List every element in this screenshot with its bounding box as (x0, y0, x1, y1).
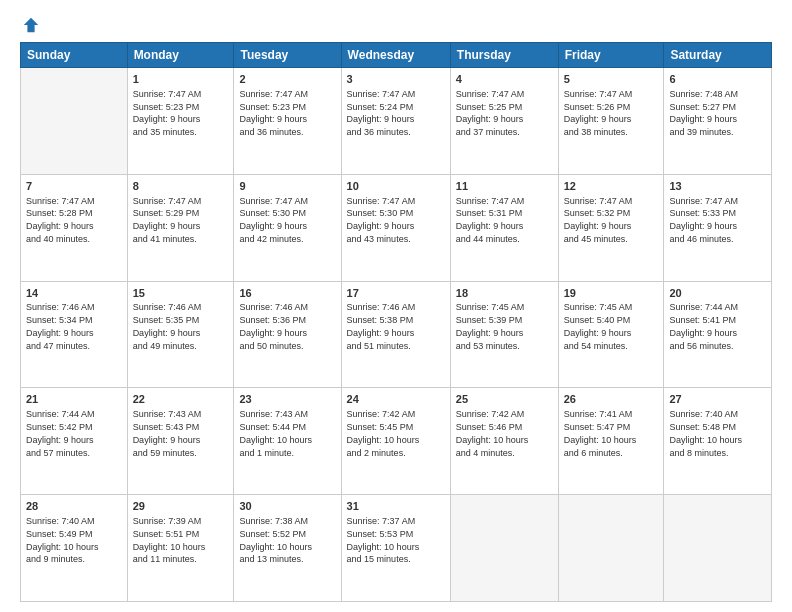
calendar-cell (450, 495, 558, 602)
day-info: Sunrise: 7:47 AM Sunset: 5:30 PM Dayligh… (347, 196, 416, 244)
day-info: Sunrise: 7:37 AM Sunset: 5:53 PM Dayligh… (347, 516, 420, 564)
calendar-cell: 26Sunrise: 7:41 AM Sunset: 5:47 PM Dayli… (558, 388, 664, 495)
calendar-cell: 6Sunrise: 7:48 AM Sunset: 5:27 PM Daylig… (664, 68, 772, 175)
calendar-cell: 4Sunrise: 7:47 AM Sunset: 5:25 PM Daylig… (450, 68, 558, 175)
day-number: 24 (347, 392, 445, 407)
calendar-cell (558, 495, 664, 602)
day-info: Sunrise: 7:47 AM Sunset: 5:26 PM Dayligh… (564, 89, 633, 137)
day-number: 23 (239, 392, 335, 407)
day-number: 15 (133, 286, 229, 301)
calendar-week-row: 21Sunrise: 7:44 AM Sunset: 5:42 PM Dayli… (21, 388, 772, 495)
day-number: 20 (669, 286, 766, 301)
day-number: 21 (26, 392, 122, 407)
day-info: Sunrise: 7:47 AM Sunset: 5:32 PM Dayligh… (564, 196, 633, 244)
calendar-table: SundayMondayTuesdayWednesdayThursdayFrid… (20, 42, 772, 602)
weekday-header-thursday: Thursday (450, 43, 558, 68)
calendar-week-row: 14Sunrise: 7:46 AM Sunset: 5:34 PM Dayli… (21, 281, 772, 388)
day-info: Sunrise: 7:47 AM Sunset: 5:28 PM Dayligh… (26, 196, 95, 244)
calendar-cell: 8Sunrise: 7:47 AM Sunset: 5:29 PM Daylig… (127, 174, 234, 281)
day-info: Sunrise: 7:41 AM Sunset: 5:47 PM Dayligh… (564, 409, 637, 457)
weekday-header-monday: Monday (127, 43, 234, 68)
day-info: Sunrise: 7:40 AM Sunset: 5:48 PM Dayligh… (669, 409, 742, 457)
day-info: Sunrise: 7:46 AM Sunset: 5:35 PM Dayligh… (133, 302, 202, 350)
day-number: 18 (456, 286, 553, 301)
day-info: Sunrise: 7:42 AM Sunset: 5:45 PM Dayligh… (347, 409, 420, 457)
day-number: 1 (133, 72, 229, 87)
calendar-cell (664, 495, 772, 602)
calendar-cell (21, 68, 128, 175)
logo-icon (22, 16, 40, 34)
weekday-header-sunday: Sunday (21, 43, 128, 68)
day-number: 9 (239, 179, 335, 194)
day-number: 12 (564, 179, 659, 194)
day-info: Sunrise: 7:47 AM Sunset: 5:30 PM Dayligh… (239, 196, 308, 244)
weekday-header-friday: Friday (558, 43, 664, 68)
page: SundayMondayTuesdayWednesdayThursdayFrid… (0, 0, 792, 612)
calendar-cell: 16Sunrise: 7:46 AM Sunset: 5:36 PM Dayli… (234, 281, 341, 388)
calendar-cell: 11Sunrise: 7:47 AM Sunset: 5:31 PM Dayli… (450, 174, 558, 281)
calendar-cell: 25Sunrise: 7:42 AM Sunset: 5:46 PM Dayli… (450, 388, 558, 495)
day-info: Sunrise: 7:46 AM Sunset: 5:36 PM Dayligh… (239, 302, 308, 350)
day-number: 28 (26, 499, 122, 514)
day-number: 3 (347, 72, 445, 87)
calendar-cell: 5Sunrise: 7:47 AM Sunset: 5:26 PM Daylig… (558, 68, 664, 175)
calendar-cell: 7Sunrise: 7:47 AM Sunset: 5:28 PM Daylig… (21, 174, 128, 281)
calendar-cell: 28Sunrise: 7:40 AM Sunset: 5:49 PM Dayli… (21, 495, 128, 602)
calendar-cell: 13Sunrise: 7:47 AM Sunset: 5:33 PM Dayli… (664, 174, 772, 281)
day-number: 13 (669, 179, 766, 194)
calendar-cell: 20Sunrise: 7:44 AM Sunset: 5:41 PM Dayli… (664, 281, 772, 388)
day-info: Sunrise: 7:44 AM Sunset: 5:41 PM Dayligh… (669, 302, 738, 350)
day-info: Sunrise: 7:47 AM Sunset: 5:33 PM Dayligh… (669, 196, 738, 244)
day-info: Sunrise: 7:48 AM Sunset: 5:27 PM Dayligh… (669, 89, 738, 137)
day-info: Sunrise: 7:46 AM Sunset: 5:34 PM Dayligh… (26, 302, 95, 350)
day-info: Sunrise: 7:47 AM Sunset: 5:31 PM Dayligh… (456, 196, 525, 244)
calendar-cell: 10Sunrise: 7:47 AM Sunset: 5:30 PM Dayli… (341, 174, 450, 281)
calendar-cell: 3Sunrise: 7:47 AM Sunset: 5:24 PM Daylig… (341, 68, 450, 175)
calendar-week-row: 7Sunrise: 7:47 AM Sunset: 5:28 PM Daylig… (21, 174, 772, 281)
day-number: 5 (564, 72, 659, 87)
day-info: Sunrise: 7:47 AM Sunset: 5:23 PM Dayligh… (239, 89, 308, 137)
calendar-cell: 1Sunrise: 7:47 AM Sunset: 5:23 PM Daylig… (127, 68, 234, 175)
day-number: 10 (347, 179, 445, 194)
calendar-cell: 14Sunrise: 7:46 AM Sunset: 5:34 PM Dayli… (21, 281, 128, 388)
header (20, 16, 772, 34)
calendar-cell: 12Sunrise: 7:47 AM Sunset: 5:32 PM Dayli… (558, 174, 664, 281)
day-number: 2 (239, 72, 335, 87)
day-number: 27 (669, 392, 766, 407)
day-number: 4 (456, 72, 553, 87)
calendar-cell: 19Sunrise: 7:45 AM Sunset: 5:40 PM Dayli… (558, 281, 664, 388)
day-info: Sunrise: 7:38 AM Sunset: 5:52 PM Dayligh… (239, 516, 312, 564)
day-number: 7 (26, 179, 122, 194)
day-number: 29 (133, 499, 229, 514)
calendar-cell: 17Sunrise: 7:46 AM Sunset: 5:38 PM Dayli… (341, 281, 450, 388)
calendar-cell: 24Sunrise: 7:42 AM Sunset: 5:45 PM Dayli… (341, 388, 450, 495)
day-number: 22 (133, 392, 229, 407)
calendar-cell: 31Sunrise: 7:37 AM Sunset: 5:53 PM Dayli… (341, 495, 450, 602)
svg-marker-0 (24, 18, 38, 32)
calendar-cell: 21Sunrise: 7:44 AM Sunset: 5:42 PM Dayli… (21, 388, 128, 495)
calendar-cell: 29Sunrise: 7:39 AM Sunset: 5:51 PM Dayli… (127, 495, 234, 602)
calendar-cell: 27Sunrise: 7:40 AM Sunset: 5:48 PM Dayli… (664, 388, 772, 495)
day-number: 14 (26, 286, 122, 301)
day-info: Sunrise: 7:47 AM Sunset: 5:23 PM Dayligh… (133, 89, 202, 137)
day-info: Sunrise: 7:47 AM Sunset: 5:24 PM Dayligh… (347, 89, 416, 137)
calendar-header-row: SundayMondayTuesdayWednesdayThursdayFrid… (21, 43, 772, 68)
calendar-cell: 18Sunrise: 7:45 AM Sunset: 5:39 PM Dayli… (450, 281, 558, 388)
day-info: Sunrise: 7:39 AM Sunset: 5:51 PM Dayligh… (133, 516, 206, 564)
day-number: 16 (239, 286, 335, 301)
calendar-week-row: 28Sunrise: 7:40 AM Sunset: 5:49 PM Dayli… (21, 495, 772, 602)
day-info: Sunrise: 7:46 AM Sunset: 5:38 PM Dayligh… (347, 302, 416, 350)
day-info: Sunrise: 7:47 AM Sunset: 5:29 PM Dayligh… (133, 196, 202, 244)
weekday-header-saturday: Saturday (664, 43, 772, 68)
calendar-cell: 2Sunrise: 7:47 AM Sunset: 5:23 PM Daylig… (234, 68, 341, 175)
day-number: 30 (239, 499, 335, 514)
calendar-cell: 23Sunrise: 7:43 AM Sunset: 5:44 PM Dayli… (234, 388, 341, 495)
logo (20, 16, 40, 34)
day-info: Sunrise: 7:47 AM Sunset: 5:25 PM Dayligh… (456, 89, 525, 137)
calendar-week-row: 1Sunrise: 7:47 AM Sunset: 5:23 PM Daylig… (21, 68, 772, 175)
day-info: Sunrise: 7:43 AM Sunset: 5:43 PM Dayligh… (133, 409, 202, 457)
day-info: Sunrise: 7:43 AM Sunset: 5:44 PM Dayligh… (239, 409, 312, 457)
day-info: Sunrise: 7:40 AM Sunset: 5:49 PM Dayligh… (26, 516, 99, 564)
calendar-cell: 15Sunrise: 7:46 AM Sunset: 5:35 PM Dayli… (127, 281, 234, 388)
calendar-cell: 9Sunrise: 7:47 AM Sunset: 5:30 PM Daylig… (234, 174, 341, 281)
